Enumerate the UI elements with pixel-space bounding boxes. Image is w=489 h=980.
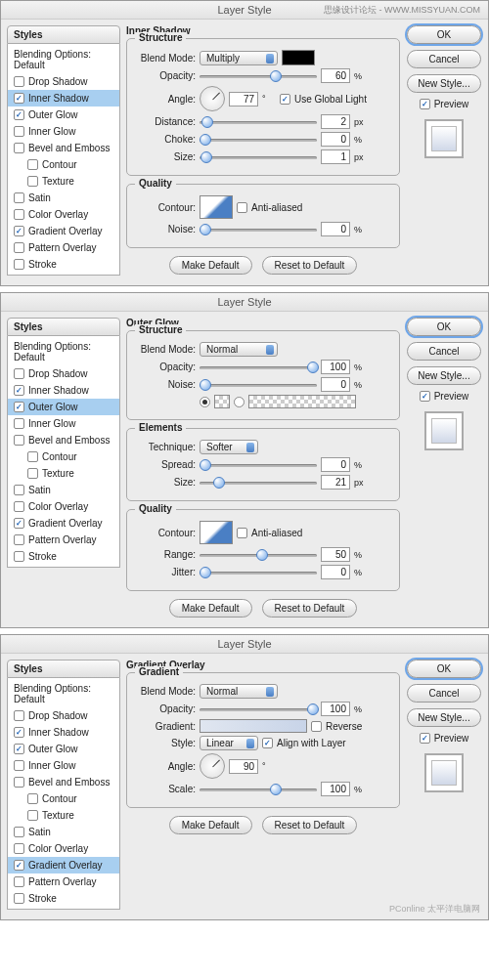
choke-input[interactable]: 0 (321, 132, 350, 147)
checkbox-icon[interactable] (27, 176, 38, 187)
checkbox-icon[interactable] (14, 501, 24, 512)
fx-inner-glow[interactable]: Inner Glow (8, 123, 119, 140)
opacity-slider[interactable] (200, 69, 317, 83)
fx-inner-shadow[interactable]: Inner Shadow (8, 724, 119, 741)
checkbox-icon[interactable] (14, 192, 24, 203)
fx-satin[interactable]: Satin (8, 190, 119, 206)
choke-slider[interactable] (200, 133, 317, 147)
checkbox-icon[interactable] (14, 402, 24, 412)
fx-inner-glow[interactable]: Inner Glow (8, 757, 119, 774)
blending-options[interactable]: Blending Options: Default (8, 46, 119, 73)
color-swatch[interactable] (282, 50, 315, 65)
fx-inner-shadow[interactable]: Inner Shadow (8, 382, 119, 399)
antialias-checkbox[interactable] (237, 202, 247, 213)
opacity-slider[interactable] (200, 703, 317, 716)
jitter-input[interactable]: 0 (321, 565, 350, 579)
ok-button[interactable]: OK (407, 660, 481, 678)
checkbox-icon[interactable] (14, 126, 24, 137)
checkbox-icon[interactable] (14, 435, 24, 446)
fx-gradient-overlay[interactable]: Gradient Overlay (8, 857, 119, 873)
fx-texture[interactable]: Texture (8, 807, 119, 824)
make-default-button[interactable]: Make Default (169, 256, 252, 275)
size-slider[interactable] (200, 476, 317, 490)
gradient-radio[interactable] (234, 397, 244, 407)
jitter-slider[interactable] (200, 566, 317, 579)
fx-inner-shadow[interactable]: Inner Shadow (8, 90, 119, 107)
fx-drop-shadow[interactable]: Drop Shadow (8, 707, 119, 724)
fx-texture[interactable]: Texture (8, 465, 119, 482)
new-style-button[interactable]: New Style... (407, 74, 481, 93)
noise-input[interactable]: 0 (321, 377, 350, 392)
checkbox-icon[interactable] (14, 485, 24, 495)
fx-contour[interactable]: Contour (8, 156, 119, 173)
fx-satin[interactable]: Satin (8, 482, 119, 498)
style-select[interactable]: Linear (200, 736, 258, 750)
contour-picker[interactable] (200, 195, 233, 219)
checkbox-icon[interactable] (14, 143, 24, 153)
checkbox-icon[interactable] (14, 93, 24, 104)
range-slider[interactable] (200, 548, 317, 562)
cancel-button[interactable]: Cancel (407, 50, 481, 68)
size-slider[interactable] (200, 150, 317, 164)
contour-picker[interactable] (200, 521, 233, 544)
fx-outer-glow[interactable]: Outer Glow (8, 107, 119, 123)
checkbox-icon[interactable] (14, 710, 24, 721)
checkbox-icon[interactable] (14, 843, 24, 854)
checkbox-icon[interactable] (14, 226, 24, 236)
angle-dial[interactable] (200, 86, 225, 111)
size-input[interactable]: 1 (321, 149, 350, 164)
opacity-input[interactable]: 100 (321, 360, 350, 374)
styles-header[interactable]: Styles (7, 25, 120, 44)
make-default-button[interactable]: Make Default (169, 816, 252, 834)
blend-mode-select[interactable]: Multiply (200, 51, 278, 65)
checkbox-icon[interactable] (14, 827, 24, 837)
checkbox-icon[interactable] (14, 893, 24, 904)
scale-slider[interactable] (200, 783, 317, 796)
checkbox-icon[interactable] (27, 468, 38, 479)
checkbox-icon[interactable] (27, 159, 38, 170)
spread-input[interactable]: 0 (321, 457, 350, 472)
checkbox-icon[interactable] (14, 744, 24, 754)
align-layer-checkbox[interactable] (262, 738, 273, 748)
reset-default-button[interactable]: Reset to Default (262, 256, 358, 275)
checkbox-icon[interactable] (14, 860, 24, 871)
new-style-button[interactable]: New Style... (407, 708, 481, 727)
checkbox-icon[interactable] (14, 242, 24, 253)
noise-slider[interactable] (200, 223, 317, 236)
noise-slider[interactable] (200, 378, 317, 392)
checkbox-icon[interactable] (14, 876, 24, 887)
fx-contour[interactable]: Contour (8, 448, 119, 465)
styles-header[interactable]: Styles (7, 660, 120, 678)
blend-mode-select[interactable]: Normal (200, 342, 278, 357)
checkbox-icon[interactable] (14, 777, 24, 788)
preview-checkbox[interactable] (420, 733, 430, 744)
fx-outer-glow[interactable]: Outer Glow (8, 399, 119, 415)
fx-outer-glow[interactable]: Outer Glow (8, 741, 119, 757)
preview-checkbox[interactable] (420, 99, 430, 109)
fx-color-overlay[interactable]: Color Overlay (8, 840, 119, 857)
fx-drop-shadow[interactable]: Drop Shadow (8, 73, 119, 90)
checkbox-icon[interactable] (14, 209, 24, 220)
color-swatch[interactable] (214, 395, 230, 408)
fx-inner-glow[interactable]: Inner Glow (8, 415, 119, 432)
distance-input[interactable]: 2 (321, 114, 350, 129)
fx-pattern-overlay[interactable]: Pattern Overlay (8, 239, 119, 256)
opacity-slider[interactable] (200, 361, 317, 374)
gradient-picker[interactable] (248, 395, 356, 408)
checkbox-icon[interactable] (14, 551, 24, 562)
checkbox-icon[interactable] (27, 810, 38, 821)
fx-pattern-overlay[interactable]: Pattern Overlay (8, 532, 119, 548)
blending-options[interactable]: Blending Options: Default (8, 338, 119, 365)
angle-input[interactable]: 77 (229, 92, 258, 107)
fx-stroke[interactable]: Stroke (8, 256, 119, 273)
fx-color-overlay[interactable]: Color Overlay (8, 498, 119, 515)
fx-bevel-emboss[interactable]: Bevel and Emboss (8, 432, 119, 448)
reset-default-button[interactable]: Reset to Default (262, 816, 358, 834)
checkbox-icon[interactable] (14, 259, 24, 270)
fx-stroke[interactable]: Stroke (8, 548, 119, 565)
angle-input[interactable]: 90 (229, 759, 258, 774)
make-default-button[interactable]: Make Default (169, 599, 252, 618)
spread-slider[interactable] (200, 458, 317, 472)
checkbox-icon[interactable] (14, 534, 24, 545)
scale-input[interactable]: 100 (321, 782, 350, 796)
